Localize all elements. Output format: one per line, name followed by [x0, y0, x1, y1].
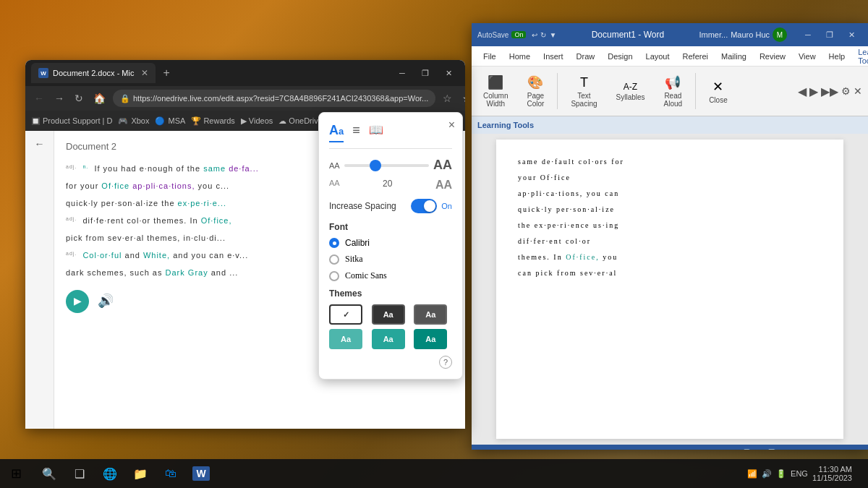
syllables-btn[interactable]: A-Z Syllables — [610, 79, 651, 104]
panel-tab-book[interactable]: 📖 — [369, 123, 383, 142]
back-btn[interactable]: ← — [31, 91, 47, 106]
browser-minimize[interactable]: ─ — [391, 63, 413, 83]
font-label-calibri: Calibri — [345, 238, 370, 248]
page-color-btn[interactable]: 🎨 Page Color — [521, 72, 550, 111]
restore-btn[interactable]: ❐ — [819, 25, 841, 45]
menu-learning-tools[interactable]: Learning Tools — [852, 46, 868, 67]
autosave-indicator: AutoSave On ↩ ↻ ▼ — [477, 31, 556, 39]
panel-close-btn[interactable]: × — [448, 119, 455, 132]
help-icon[interactable]: ? — [439, 356, 452, 369]
font-option-sitka[interactable]: Sitka — [329, 254, 452, 265]
play-reading-btn[interactable]: ▶ — [809, 85, 818, 98]
voice-btn[interactable]: 🔊 — [98, 289, 114, 312]
favorites-btn[interactable]: ☆ — [440, 91, 455, 106]
collapse-btn[interactable]: ─ — [797, 25, 819, 45]
play-btn[interactable]: ▶ — [66, 290, 89, 313]
tts-settings-btn[interactable]: ⚙ — [841, 85, 851, 97]
address-bar[interactable]: 🔒 https://onedrive.live.com/edit.aspx?re… — [113, 90, 435, 107]
collections-btn[interactable]: ★ — [459, 91, 465, 106]
close-learning-btn[interactable]: ✕ Close — [703, 76, 733, 107]
menu-mailing[interactable]: Mailing — [715, 51, 752, 62]
menu-draw[interactable]: Draw — [571, 51, 601, 62]
volume-icon[interactable]: 🔊 — [762, 469, 772, 479]
tts-close-btn[interactable]: ✕ — [854, 85, 862, 97]
themes-section: Themes ✓ Aa Aa Aa Aa Aa — [329, 288, 452, 349]
taskbar-search-btn[interactable]: 🔍 — [35, 459, 64, 488]
browser-tab-area: W Document 2.docx - Mic ✕ + — [31, 63, 388, 83]
network-icon[interactable]: 📶 — [747, 469, 757, 479]
bookmark-product-support[interactable]: 🔲 Product Support | D — [31, 116, 112, 125]
panel-tab-text-size[interactable]: Aa — [329, 123, 344, 142]
taskbar-word-btn[interactable]: W — [187, 459, 216, 488]
menu-home[interactable]: Home — [503, 51, 536, 62]
start-button[interactable]: ⊞ — [0, 459, 32, 488]
close-learning-icon: ✕ — [712, 79, 723, 95]
zoom-out-btn[interactable]: − — [782, 449, 786, 450]
view-outline-icon[interactable]: ≡ — [757, 449, 762, 450]
home-btn[interactable]: 🏠 — [90, 91, 109, 106]
battery-icon[interactable]: 🔋 — [776, 469, 786, 479]
customize-icon[interactable]: ▼ — [549, 31, 556, 39]
taskbar-store-btn[interactable]: 🛍 — [156, 459, 185, 488]
tab-close-btn[interactable]: ✕ — [141, 68, 148, 78]
user-name: Mauro Huc — [731, 30, 770, 39]
zoom-in-btn[interactable]: + — [835, 449, 840, 450]
taskbar-edge-btn[interactable]: 🌐 — [95, 459, 124, 488]
browser-close[interactable]: ✕ — [438, 63, 459, 83]
text-spacing-btn[interactable]: T Text Spacing — [565, 72, 603, 111]
theme-dark1[interactable]: Aa — [372, 304, 405, 325]
theme-dark2[interactable]: Aa — [414, 304, 447, 325]
prev-reading-btn[interactable]: ◀ — [798, 85, 807, 98]
taskbar-explorer-btn[interactable]: 📁 — [126, 459, 155, 488]
undo-icon[interactable]: ↩ — [532, 31, 537, 39]
font-size-large-indicator: AA — [435, 179, 452, 192]
font-size-slider-thumb[interactable] — [370, 160, 381, 171]
lang-indicator[interactable]: ENG — [791, 469, 808, 478]
taskbar-right: 📶 🔊 🔋 ENG 11:30 AM 11/15/2023 — [747, 465, 868, 482]
menu-file[interactable]: File — [477, 51, 502, 62]
theme-teal2[interactable]: Aa — [372, 329, 405, 349]
font-option-calibri[interactable]: Calibri — [329, 238, 452, 248]
theme-teal1[interactable]: Aa — [329, 329, 362, 349]
view-normal-icon[interactable]: 📄 — [743, 449, 752, 450]
back-nav-btn[interactable]: ← — [35, 138, 45, 150]
browser-tab-active[interactable]: W Document 2.docx - Mic ✕ — [31, 63, 156, 83]
menu-layout[interactable]: Layout — [640, 51, 676, 62]
theme-teal3[interactable]: Aa — [414, 329, 447, 349]
font-size-value-row: AA 20 AA — [329, 179, 452, 192]
spacing-toggle[interactable] — [411, 199, 437, 213]
font-option-comic-sans[interactable]: Comic Sans — [329, 270, 452, 281]
bookmark-onedrive[interactable]: ☁ OneDrive — [278, 116, 323, 126]
bookmark-xbox[interactable]: 🎮Xbox — [118, 116, 149, 126]
bookmark-msa[interactable]: 🔵MSA — [155, 116, 185, 126]
redo-icon[interactable]: ↻ — [540, 31, 546, 39]
panel-tab-columns[interactable]: ≡ — [352, 123, 360, 142]
menu-references[interactable]: Referei — [677, 51, 714, 62]
taskbar-clock[interactable]: 11:30 AM 11/15/2023 — [812, 465, 852, 482]
view-print-icon[interactable]: 📑 — [767, 449, 776, 450]
read-aloud-btn[interactable]: 📢 Read Aloud — [658, 72, 689, 111]
menu-review[interactable]: Review — [754, 51, 791, 62]
word-line-3: ap·pli·ca·tions, you can — [518, 186, 822, 202]
start-icon: ⊞ — [11, 466, 22, 481]
close-btn[interactable]: ✕ — [841, 25, 862, 45]
theme-white[interactable]: ✓ — [329, 304, 362, 325]
menu-help[interactable]: Help — [823, 51, 851, 62]
next-reading-btn[interactable]: ▶▶ — [821, 85, 838, 98]
menu-insert[interactable]: Insert — [537, 51, 569, 62]
taskbar-time-display: 11:30 AM — [819, 465, 852, 474]
ribbon-separator-2 — [695, 73, 696, 109]
refresh-btn[interactable]: ↻ — [72, 91, 86, 106]
menu-design[interactable]: Design — [602, 51, 638, 62]
forward-btn[interactable]: → — [51, 91, 67, 106]
word-count: 48 words — [479, 449, 509, 450]
browser-maximize[interactable]: ❐ — [414, 63, 436, 83]
bookmark-videos[interactable]: ▶ Videos — [241, 116, 273, 126]
new-tab-btn[interactable]: + — [158, 67, 174, 80]
immersive-label: Immer... — [699, 30, 728, 39]
column-width-btn[interactable]: ⬛ Column Width — [477, 72, 514, 111]
taskbar-view-btn[interactable]: ❑ — [65, 459, 94, 488]
language-indicator: English (United States) — [524, 449, 598, 450]
menu-view[interactable]: View — [793, 51, 822, 62]
bookmark-rewards[interactable]: 🏆 Rewards — [191, 116, 234, 126]
